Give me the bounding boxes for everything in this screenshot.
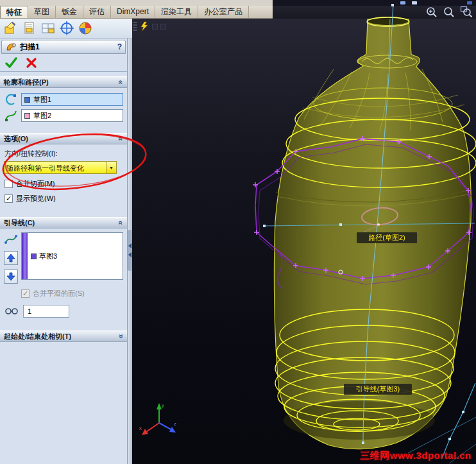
- tab-sheet-metal[interactable]: 钣金: [56, 6, 83, 18]
- titlebar-icon: [400, 1, 405, 4]
- view-tools: [425, 6, 473, 19]
- collapse-left-icon: [128, 252, 132, 257]
- orientation-dropdown[interactable]: 随路径和第一引导线变化 ▼: [4, 161, 117, 174]
- list-item[interactable]: 草图3: [28, 233, 60, 279]
- toolbar-grip-icon[interactable]: [133, 22, 137, 31]
- orientation-value: 随路径和第一引导线变化: [4, 162, 106, 173]
- show-preview-label: 显示预览(W): [16, 194, 56, 203]
- guide-curve-icon: [4, 232, 18, 246]
- watermark-text: 三维网www.3dportal.cn: [361, 450, 472, 462]
- toolbar-button-icon[interactable]: [160, 24, 166, 30]
- tab-office-products[interactable]: 办公室产品: [198, 6, 249, 18]
- titlebar-strip: [0, 0, 476, 6]
- move-up-button[interactable]: [4, 251, 18, 265]
- path-icon: [4, 108, 18, 123]
- help-button[interactable]: ?: [117, 42, 122, 51]
- floating-toolbar[interactable]: [133, 20, 166, 33]
- tab-sketch[interactable]: 草图: [28, 6, 56, 18]
- yellow-tool-icon[interactable]: [3, 21, 19, 36]
- floating-tool-icon[interactable]: [139, 21, 149, 31]
- collapse-left-icon: [128, 243, 132, 248]
- section-title: 引导线(C): [4, 218, 35, 228]
- property-manager: 扫描1 ? 轮廓和路径(P) « 草图1: [0, 39, 128, 464]
- section-options-header[interactable]: 选项(O) «: [0, 133, 127, 144]
- section-title: 起始处/结束处相切(T): [4, 332, 71, 341]
- grid-icon[interactable]: [40, 21, 56, 36]
- merge-tangent-checkbox[interactable]: ✓ 合并切面(M): [4, 179, 123, 189]
- path-value: 草图2: [33, 111, 51, 121]
- ok-button[interactable]: [4, 56, 19, 70]
- titlebar-dark-strip: [273, 0, 476, 6]
- move-down-button[interactable]: [4, 270, 18, 284]
- zoom-area-icon[interactable]: [460, 6, 473, 19]
- tab-render-tools[interactable]: 渲染工具: [155, 6, 198, 18]
- chevron-up-icon: «: [117, 80, 126, 85]
- arrow-down-icon: [6, 272, 15, 281]
- target-icon[interactable]: [59, 21, 74, 36]
- sketch-color-swatch: [31, 253, 37, 259]
- zoom-fit-icon[interactable]: [443, 6, 455, 19]
- profile-icon: [4, 92, 18, 107]
- section-guide-curves-header[interactable]: 引导线(C) «: [0, 217, 127, 228]
- tab-evaluate[interactable]: 评估: [83, 6, 111, 18]
- section-guide-curves-body: 草图3 ✓ 合并平滑的面(S) 1: [0, 228, 127, 323]
- splitter-handle[interactable]: [128, 230, 132, 271]
- sweep-icon: [5, 41, 17, 53]
- show-preview-checkbox[interactable]: ✓ 显示预览(W): [4, 194, 123, 203]
- orientation-label: 方向/扭转控制(I):: [4, 149, 123, 159]
- pm-actions: [0, 54, 127, 72]
- command-toolbar: [0, 19, 132, 39]
- profile-value: 草图1: [33, 95, 51, 105]
- path-selection-field[interactable]: 草图2: [21, 109, 123, 122]
- titlebar-icon: [412, 1, 417, 4]
- section-count-field[interactable]: 1: [23, 305, 69, 318]
- section-count-icon: [4, 305, 19, 317]
- merge-smooth-label: 合并平滑的面(S): [33, 289, 85, 298]
- section-profile-path-body: 草图1 草图2: [0, 88, 127, 128]
- tab-features[interactable]: 特征: [0, 6, 28, 18]
- arrow-up-icon: [6, 253, 15, 262]
- commandmanager-tabs: 特征 草图 钣金 评估 DimXpert 渲染工具 办公室产品: [0, 6, 273, 19]
- graphics-area[interactable]: [132, 19, 476, 464]
- selection-highlight-bar: [22, 233, 28, 279]
- chevron-down-icon: «: [117, 334, 126, 339]
- section-profile-path-header[interactable]: 轮廓和路径(P) «: [0, 76, 127, 88]
- solidworks-window: { "tabs": ["特征", "草图", "钣金", "评估", "DimX…: [0, 0, 476, 464]
- merge-smooth-checkbox[interactable]: ✓ 合并平滑的面(S): [21, 289, 123, 298]
- feature-title: 扫描1: [20, 42, 40, 53]
- profile-selection-field[interactable]: 草图1: [21, 93, 123, 106]
- tab-dimxpert[interactable]: DimXpert: [111, 6, 155, 18]
- chevron-up-icon: «: [117, 137, 126, 141]
- zoom-in-icon[interactable]: [425, 6, 438, 19]
- section-count-value: 1: [28, 307, 31, 315]
- feature-header: 扫描1 ?: [1, 40, 126, 54]
- toolbar-button-icon[interactable]: [152, 24, 158, 30]
- chevron-up-icon: «: [117, 221, 126, 225]
- guide-item-label: 草图3: [39, 252, 57, 261]
- merge-tangent-label: 合并切面(M): [16, 179, 55, 189]
- sketch-color-swatch: [24, 113, 30, 119]
- section-tangency-header[interactable]: 起始处/结束处相切(T) «: [0, 331, 127, 342]
- section-options-body: 方向/扭转控制(I): 随路径和第一引导线变化 ▼ ✓ 合并切面(M) ✓ 显示…: [0, 144, 127, 212]
- panel-splitter[interactable]: [128, 39, 132, 464]
- dropdown-arrow-icon[interactable]: ▼: [106, 162, 116, 173]
- cancel-button[interactable]: [25, 56, 38, 69]
- guide-curves-list[interactable]: 草图3: [21, 232, 123, 280]
- section-title: 轮廓和路径(P): [4, 78, 49, 87]
- titlebar-icon: [467, 1, 472, 4]
- sketch-color-swatch: [24, 97, 30, 103]
- color-ball-icon[interactable]: [78, 21, 93, 36]
- document-icon[interactable]: [22, 21, 37, 36]
- section-title: 选项(O): [4, 134, 28, 144]
